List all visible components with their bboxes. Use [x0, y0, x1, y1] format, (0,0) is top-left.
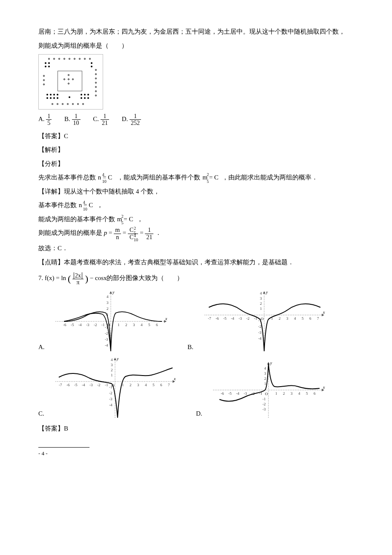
svg-text:4: 4 [298, 391, 300, 396]
q6-d-num: 1 [130, 113, 141, 120]
svg-text:-1: -1 [109, 385, 112, 389]
q6-ln-a: 基本事件总数 [38, 202, 78, 208]
svg-text:1: 1 [111, 373, 113, 377]
svg-text:4: 4 [141, 323, 143, 327]
q6-answer: 【答案】C [38, 130, 362, 142]
q7-opt-c-label: C. [38, 408, 51, 420]
q6-fx-eq1-sup: 4 [102, 171, 104, 179]
q7-answer: 【答案】B [38, 422, 362, 435]
q7-opt-b-label: B. [187, 341, 200, 353]
svg-text:-4: -4 [82, 383, 85, 387]
svg-text:4: 4 [145, 383, 147, 387]
svg-text:1: 1 [118, 323, 120, 327]
q7-opt-d-label: D. [196, 408, 209, 420]
q6-jiexi: 【解析】 [38, 144, 362, 156]
svg-text:-2: -2 [105, 331, 108, 335]
svg-text:y: y [265, 290, 268, 295]
svg-text:x: x [165, 316, 167, 321]
q6-opt-a-label: A. [38, 116, 45, 122]
svg-text:-4: -4 [258, 336, 262, 341]
svg-text:-3: -3 [109, 397, 112, 401]
svg-text:-3: -3 [86, 323, 89, 327]
q6-prob-eq2: = [123, 230, 128, 237]
svg-text:5: 5 [153, 383, 155, 387]
svg-text:-4: -4 [231, 316, 234, 321]
svg-text:7: 7 [168, 383, 170, 387]
svg-text:y: y [270, 361, 272, 365]
q6-lm-sup: 2 [121, 212, 124, 220]
svg-text:-2: -2 [258, 324, 262, 329]
q6-fx-eq2-sup: 2 [207, 171, 209, 179]
q7-stem: 7. f(x) = ln ( 2x π ) − cosx的部分图像大致为（ ） [38, 270, 362, 288]
svg-text:4: 4 [294, 316, 296, 321]
svg-text:4: 4 [264, 366, 266, 370]
graph-d: x y O -6-5-4-3-2-1 123456 1234 -1-2-3 [209, 360, 328, 420]
svg-text:-2: -2 [262, 402, 266, 406]
svg-text:6: 6 [156, 323, 158, 327]
svg-text:-2: -2 [246, 316, 250, 321]
q6-opt-c-label: C. [93, 116, 99, 122]
svg-text:5: 5 [302, 316, 304, 321]
svg-text:-1: -1 [262, 397, 266, 401]
q6-prob-line: 则能成为两组的概率是 p = mn = C52 C104 = 121 ． [38, 227, 362, 240]
q7-stem-suffix: − cosx的部分图像大致为（ ） [90, 275, 184, 281]
q6-line-m: 能成为两组的基本事件个数 m = C52 ， [38, 213, 362, 225]
svg-text:1: 1 [260, 306, 262, 311]
svg-text:-3: -3 [258, 330, 262, 335]
q6-fenxi-line: 先求出基本事件总数 n = C104 ，能成为两组的基本事件个数 m = C52… [38, 171, 362, 184]
q6-b-num: 1 [72, 113, 81, 120]
svg-text:O: O [265, 392, 268, 396]
q6-fenxi-heading: 【分析】 [38, 158, 362, 170]
q6-fenxi-c: ，由此能求出能成为两组的概率． [222, 174, 318, 181]
q6-fenxi-b: ，能成为两组的基本事件个数 [117, 174, 202, 181]
svg-text:6: 6 [309, 316, 311, 321]
q6-f2n-b: C [130, 227, 133, 233]
q6-a-num: 1 [46, 113, 52, 120]
svg-text:7: 7 [317, 316, 319, 321]
svg-text:y: y [116, 356, 119, 361]
q6-prob-period: ． [155, 230, 161, 237]
svg-text:-5: -5 [223, 316, 227, 321]
q6-fx-eq2: m = C [202, 174, 219, 181]
svg-text:2: 2 [111, 368, 113, 372]
svg-text:-2: -2 [97, 383, 101, 387]
svg-text:-4: -4 [236, 391, 239, 396]
svg-text:2: 2 [130, 383, 132, 387]
svg-text:-5: -5 [228, 391, 232, 396]
q6-f2n-p: 2 [134, 226, 136, 231]
q6-stem-line1: 居南；三八为朋，为木居东；四九为友，为金居西；五十同途，为土居中。现从这十个数中… [38, 26, 362, 38]
q6-prob-eq3: = [140, 230, 145, 237]
q6-f1-den: n [114, 234, 121, 240]
q6-c-den: 21 [101, 120, 109, 126]
q6-b-den: 10 [72, 120, 81, 126]
q6-fenxi-a: 先求出基本事件总数 [38, 174, 98, 181]
svg-text:-1: -1 [105, 383, 108, 387]
svg-text:3: 3 [260, 296, 262, 301]
svg-text:3: 3 [291, 391, 293, 396]
q6-dianjing: 【点睛】本题考查概率的求法，考查古典概型等基础知识，考查运算求解能力，是基础题． [38, 256, 362, 269]
svg-text:3: 3 [111, 363, 113, 367]
luoshu-diagram [38, 54, 103, 110]
q6-f2d-p: 4 [134, 233, 136, 238]
svg-text:-2: -2 [94, 323, 97, 327]
svg-text:3: 3 [264, 371, 266, 376]
svg-text:x: x [323, 310, 325, 315]
svg-text:2: 2 [125, 323, 127, 327]
svg-text:5: 5 [306, 391, 308, 396]
svg-text:-3: -3 [262, 407, 266, 411]
svg-text:x: x [173, 376, 176, 381]
svg-text:-7: -7 [59, 383, 62, 387]
svg-text:-7: -7 [208, 316, 211, 321]
svg-text:-3: -3 [89, 383, 93, 387]
q6-f3-den: 21 [145, 234, 153, 240]
q7-frac-num: 2x [74, 272, 82, 279]
q6-opt-d-label: D. [122, 116, 128, 122]
q6-f2d-s: 10 [134, 237, 138, 242]
svg-text:-3: -3 [105, 337, 108, 341]
svg-text:1: 1 [275, 391, 277, 396]
q6-ln-sup: 4 [83, 198, 85, 206]
q6-f1-num: m [114, 227, 121, 234]
svg-text:-1: -1 [101, 323, 105, 327]
svg-text:-6: -6 [221, 391, 224, 396]
svg-text:-5: -5 [74, 383, 78, 387]
